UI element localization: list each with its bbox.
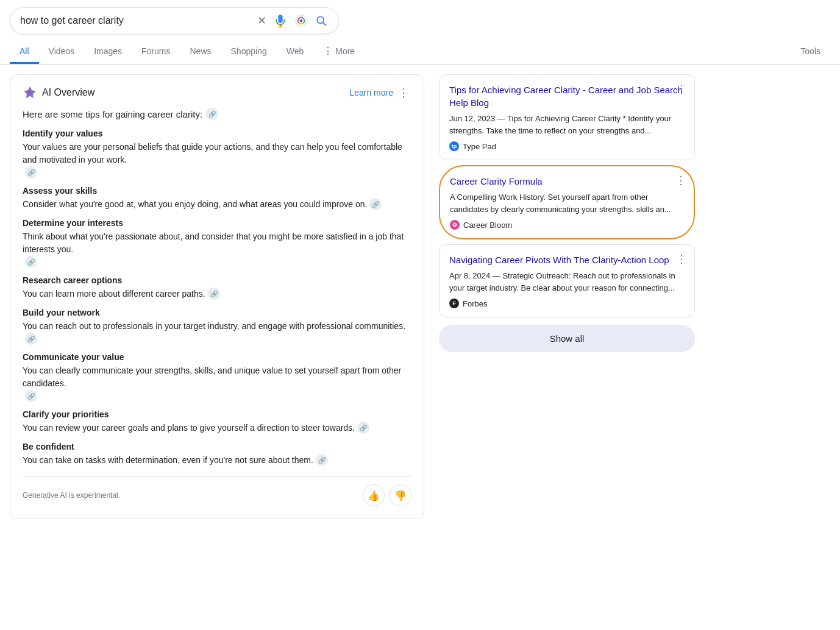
result-card-careerboom: Career Clarity FormulaA Compelling Work … — [439, 165, 695, 239]
tip-body: Think about what you're passionate about… — [23, 230, 411, 268]
result-snippet: Jun 12, 2023 — Tips for Achieving Career… — [449, 113, 685, 136]
tip-section: Research career optionsYou can learn mor… — [23, 275, 411, 300]
svg-marker-6 — [24, 87, 36, 98]
tip-title: Research career options — [23, 275, 411, 285]
tip-title: Assess your skills — [23, 186, 411, 196]
tip-section: Communicate your valueYou can clearly co… — [23, 352, 411, 402]
tip-section: Assess your skillsConsider what you're g… — [23, 186, 411, 211]
result-title[interactable]: Tips for Achieving Career Clarity - Care… — [449, 83, 685, 109]
tips-list: Identify your valuesYour values are your… — [23, 129, 411, 467]
source-name: Career Bloom — [463, 221, 512, 230]
left-panel: AI Overview Learn more ⋮ Here are some t… — [10, 74, 424, 519]
result-menu-button[interactable]: ⋮ — [676, 252, 687, 266]
tip-body: Consider what you're good at, what you e… — [23, 198, 411, 211]
result-title[interactable]: Navigating Career Pivots With The Clarit… — [449, 253, 685, 266]
thumbs-up-icon: 👍 — [368, 490, 380, 501]
result-source: tpType Pad — [449, 141, 496, 151]
tab-tools[interactable]: Tools — [791, 40, 830, 64]
tip-link-icon[interactable]: 🔗 — [357, 422, 369, 434]
tip-body: You can reach out to professionals in yo… — [23, 320, 411, 345]
tip-link-icon[interactable]: 🔗 — [25, 166, 37, 179]
source-name: Forbes — [463, 299, 487, 308]
result-card-forbes: Navigating Career Pivots With The Clarit… — [439, 244, 695, 317]
tab-more[interactable]: ⋮ More — [313, 39, 365, 65]
lens-button[interactable] — [293, 13, 309, 29]
tip-title: Identify your values — [23, 129, 411, 138]
tip-link-icon[interactable]: 🔗 — [25, 256, 37, 268]
search-icon — [315, 15, 327, 27]
clear-button[interactable]: ✕ — [256, 13, 268, 29]
svg-point-3 — [300, 19, 303, 23]
result-title[interactable]: Career Clarity Formula — [450, 175, 684, 188]
ai-overview-title: AI Overview — [42, 87, 94, 98]
nav-tabs: All Videos Images Forums News Shopping W… — [0, 34, 840, 65]
ai-footer: Generative AI is experimental. 👍 👎 — [23, 476, 411, 506]
ai-intro: Here are some tips for gaining career cl… — [23, 108, 411, 120]
tab-all[interactable]: All — [10, 40, 39, 64]
tip-link-icon[interactable]: 🔗 — [369, 198, 382, 210]
tip-link-icon[interactable]: 🔗 — [25, 333, 37, 345]
generative-text: Generative AI is experimental. — [23, 491, 120, 500]
search-box: how to get career clarity ✕ — [10, 7, 339, 34]
ai-star-icon — [23, 85, 37, 100]
search-button[interactable] — [314, 13, 329, 28]
result-menu-button[interactable]: ⋮ — [676, 82, 687, 96]
tab-forums[interactable]: Forums — [132, 40, 180, 64]
tip-body: You can learn more about different caree… — [23, 288, 411, 300]
tip-title: Be confident — [23, 442, 411, 451]
result-source: FForbes — [449, 299, 487, 308]
lens-icon — [294, 14, 308, 27]
search-input[interactable]: how to get career clarity — [20, 15, 251, 26]
intro-link-icon[interactable]: 🔗 — [206, 108, 218, 120]
result-card-typepad: Tips for Achieving Career Clarity - Care… — [439, 74, 695, 160]
tip-section: Clarify your prioritiesYou can review yo… — [23, 409, 411, 434]
source-name: Type Pad — [463, 142, 496, 151]
thumbs-down-button[interactable]: 👎 — [390, 484, 411, 506]
more-dots-icon: ⋮ — [323, 45, 333, 57]
learn-more-row: Learn more ⋮ — [349, 85, 411, 101]
tab-news[interactable]: News — [180, 40, 221, 64]
tip-link-icon[interactable]: 🔗 — [316, 454, 328, 466]
result-source-row: ✿Career Bloom — [450, 220, 684, 230]
clear-icon: ✕ — [257, 14, 266, 27]
source-favicon-typepad: tp — [449, 141, 459, 151]
result-snippet: Apr 8, 2024 — Strategic Outreach: Reach … — [449, 270, 685, 294]
ai-overview-container: AI Overview Learn more ⋮ Here are some t… — [10, 74, 424, 519]
tip-section: Be confidentYou can take on tasks with d… — [23, 442, 411, 467]
tip-title: Build your network — [23, 308, 411, 317]
result-menu-button[interactable]: ⋮ — [675, 174, 686, 187]
result-source: ✿Career Bloom — [450, 220, 512, 230]
tab-shopping[interactable]: Shopping — [221, 40, 277, 64]
thumbs-down-icon: 👎 — [394, 490, 407, 501]
tip-body: Your values are your personal beliefs th… — [23, 141, 411, 179]
tip-body: You can review your career goals and pla… — [23, 422, 411, 434]
feedback-buttons: 👍 👎 — [363, 484, 411, 506]
right-panel: Tips for Achieving Career Clarity - Care… — [439, 74, 695, 519]
voice-search-button[interactable] — [272, 13, 288, 29]
tip-body: You can take on tasks with determination… — [23, 454, 411, 467]
ai-overview-header: AI Overview Learn more ⋮ — [23, 85, 411, 101]
thumbs-up-button[interactable]: 👍 — [363, 484, 385, 506]
ai-title-row: AI Overview — [23, 85, 94, 100]
tip-body: You can clearly communicate your strengt… — [23, 364, 411, 402]
ai-overview-menu-button[interactable]: ⋮ — [396, 85, 411, 101]
tab-images[interactable]: Images — [84, 40, 132, 64]
tip-title: Determine your interests — [23, 218, 411, 228]
tab-web[interactable]: Web — [277, 40, 314, 64]
svg-line-5 — [323, 23, 326, 26]
result-snippet: A Compelling Work History. Set yourself … — [450, 191, 684, 215]
result-source-row: FForbes — [449, 299, 685, 308]
tip-link-icon[interactable]: 🔗 — [208, 288, 220, 300]
tip-link-icon[interactable]: 🔗 — [25, 390, 37, 402]
tab-videos[interactable]: Videos — [39, 40, 85, 64]
learn-more-link[interactable]: Learn more — [349, 88, 393, 97]
result-source-row: tpType Pad — [449, 141, 685, 151]
show-all-button[interactable]: Show all — [439, 325, 695, 352]
tip-section: Identify your valuesYour values are your… — [23, 129, 411, 179]
mic-icon — [274, 14, 287, 27]
source-favicon-forbes: F — [449, 299, 459, 308]
tip-section: Determine your interestsThink about what… — [23, 218, 411, 268]
main-content: AI Overview Learn more ⋮ Here are some t… — [0, 65, 792, 519]
tip-section: Build your networkYou can reach out to p… — [23, 308, 411, 345]
search-bar-area: how to get career clarity ✕ — [0, 0, 840, 34]
